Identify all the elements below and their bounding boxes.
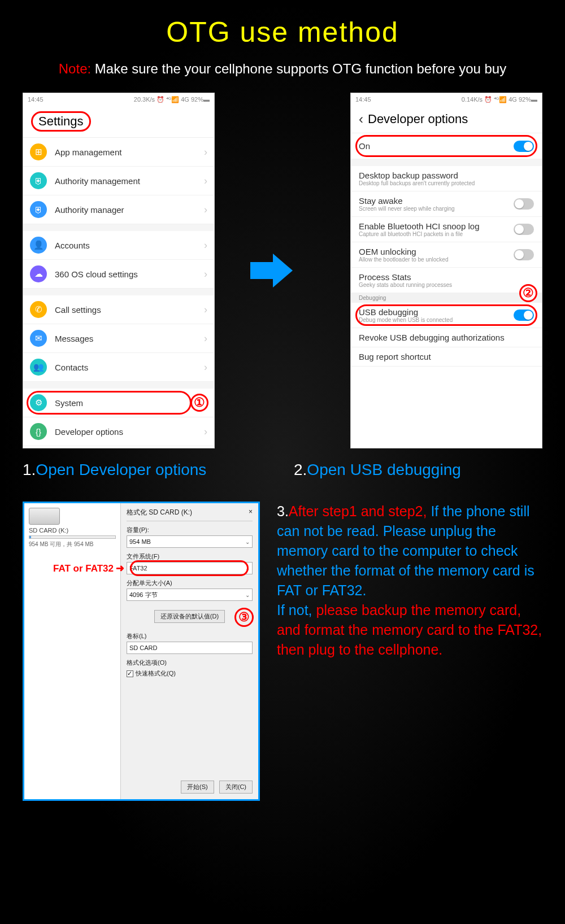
list-item[interactable]: 👤 Accounts ›	[23, 231, 214, 260]
bug-row[interactable]: Bug report shortcut	[351, 347, 542, 367]
toggle[interactable]	[514, 198, 534, 210]
caption-2: 2.Open USB debugging	[294, 461, 542, 479]
toggle[interactable]	[514, 249, 534, 260]
item-label: 360 OS cloud settings	[55, 269, 138, 279]
list-item[interactable]: {} Developer options ›	[23, 417, 214, 446]
toggle-on[interactable]	[514, 310, 534, 321]
dev-item[interactable]: Process StatsGeeky stats about running p…	[351, 268, 542, 293]
restore-button[interactable]: 还原设备的默认值(D)	[154, 610, 225, 623]
caption-1-text: Open Developer options	[36, 461, 206, 478]
list-item[interactable]: ⛨ Authority management ›	[23, 167, 214, 195]
chevron-right-icon: ›	[204, 304, 207, 316]
debug-header: Debugging②	[351, 293, 542, 303]
item-label: Contacts	[55, 363, 88, 372]
status-bar: 14:45 20.3K/s ⏰ ⁴ᴳ📶 4G 92%▬	[23, 93, 214, 106]
alloc-select[interactable]: 4096 字节⌄	[127, 589, 253, 601]
item-icon: 👥	[30, 359, 47, 376]
item-icon: ✉	[30, 330, 47, 347]
capacity-select[interactable]: 954 MB⌄	[127, 535, 253, 548]
dev-item[interactable]: Enable Bluetooth HCI snoop logCapture al…	[351, 217, 542, 242]
list-item[interactable]: ⛨ Authority manager ›	[23, 195, 214, 224]
vol-input[interactable]: SD CARD	[127, 642, 253, 654]
spacer	[23, 382, 214, 389]
caption-1-num: 1.	[23, 461, 36, 478]
list-item[interactable]: ✉ Messages ›	[23, 324, 214, 353]
drive-info: 954 MB 可用，共 954 MB	[29, 541, 116, 548]
list-item[interactable]: i About ›	[23, 446, 214, 448]
step-3-text: 3.After step1 and step2, If the phone st…	[277, 502, 542, 660]
arrow-icon	[257, 254, 308, 287]
step-2-marker: ②	[519, 284, 537, 302]
capacity-label: 容量(P):	[127, 526, 253, 534]
step3-part3a: If not,	[277, 602, 316, 618]
screen-title-dev: ‹ Developer options	[351, 106, 542, 133]
vol-label: 卷标(L)	[127, 632, 253, 640]
fat-hint: FAT or FAT32➜	[53, 562, 124, 574]
dialog-title: 格式化 SD CARD (K:)	[127, 508, 192, 517]
item-icon: 👤	[30, 237, 47, 254]
toggle[interactable]	[514, 224, 534, 235]
status-bar: 14:45 0.14K/s ⏰ ⁴ᴳ📶 4G 92%▬	[351, 93, 542, 106]
dialog-panel: 格式化 SD CARD (K:) × 容量(P): 954 MB⌄ 文件系统(F…	[120, 503, 258, 799]
checkbox-icon[interactable]	[127, 670, 133, 677]
spacer	[351, 159, 542, 166]
quick-format-row[interactable]: 快速格式化(Q)	[127, 669, 253, 678]
step-3-marker: ③	[234, 608, 254, 627]
close-icon[interactable]: ×	[249, 508, 253, 517]
step-1-marker: ①	[190, 394, 208, 412]
step3-num: 3.	[277, 503, 289, 519]
drive-panel: SD CARD (K:) 954 MB 可用，共 954 MB	[24, 503, 120, 799]
fs-label: 文件系统(F)	[127, 552, 253, 561]
item-icon: {}	[30, 423, 47, 440]
chevron-right-icon: ›	[204, 268, 207, 280]
phone-developer-options: 14:45 0.14K/s ⏰ ⁴ᴳ📶 4G 92%▬ ‹ Developer …	[350, 93, 542, 448]
spacer	[23, 224, 214, 231]
item-icon: ⚙	[30, 394, 47, 411]
list-item[interactable]: ⊞ App management ›	[23, 138, 214, 167]
on-row[interactable]: On	[351, 133, 542, 159]
drive-title: SD CARD (K:)	[29, 527, 116, 534]
dev-item[interactable]: Desktop backup passwordDesktop full back…	[351, 166, 542, 191]
chevron-right-icon: ›	[204, 333, 207, 345]
spacer	[23, 289, 214, 295]
list-item[interactable]: 👥 Contacts ›	[23, 353, 214, 382]
caption-1: 1.Open Developer options	[23, 461, 271, 479]
alloc-label: 分配单元大小(A)	[127, 579, 253, 587]
start-button[interactable]: 开始(S)	[181, 781, 214, 794]
phone-settings: 14:45 20.3K/s ⏰ ⁴ᴳ📶 4G 92%▬ Settings ⊞ A…	[23, 93, 215, 448]
screen-title-settings: Settings	[23, 106, 214, 137]
item-icon: ⊞	[30, 143, 47, 160]
back-icon[interactable]: ‹	[359, 111, 363, 127]
settings-list: ⊞ App management ›⛨ Authority management…	[23, 137, 214, 448]
dev-item[interactable]: OEM unlockingAllow the bootloader to be …	[351, 242, 542, 268]
item-icon: ⛨	[30, 172, 47, 189]
toggle-on[interactable]	[514, 141, 534, 152]
page-title: OTG use method	[0, 0, 565, 49]
dev-title: Developer options	[368, 112, 468, 127]
item-icon: ✆	[30, 301, 47, 318]
fs-select[interactable]: FAT32⌄	[127, 562, 253, 574]
list-item[interactable]: ⚙ System ›①	[23, 389, 214, 417]
revoke-row[interactable]: Revoke USB debugging authorizations	[351, 328, 542, 347]
item-icon: ⛨	[30, 201, 47, 218]
cancel-button[interactable]: 关闭(C)	[219, 781, 253, 794]
step3-part1: After step1 and step2,	[289, 503, 431, 519]
usb-debugging-row[interactable]: USB debuggingDebug mode when USB is conn…	[351, 303, 542, 328]
dev-item[interactable]: Stay awakeScreen will never sleep while …	[351, 191, 542, 217]
list-item[interactable]: ✆ Call settings ›	[23, 295, 214, 324]
status-time: 14:45	[28, 96, 44, 103]
caption-2-text: Open USB debugging	[307, 461, 460, 478]
item-label: Accounts	[55, 241, 90, 250]
item-label: Authority manager	[55, 205, 124, 215]
note-prefix: Note:	[59, 61, 95, 76]
item-label: Messages	[55, 334, 93, 343]
chevron-right-icon: ›	[204, 204, 207, 216]
note-line: Note: Make sure the your cellphone suppo…	[0, 61, 565, 77]
caption-2-num: 2.	[294, 461, 307, 478]
list-item[interactable]: ☁ 360 OS cloud settings ›	[23, 260, 214, 289]
chevron-right-icon: ›	[204, 239, 207, 251]
item-label: Authority management	[55, 176, 140, 186]
chevron-right-icon: ›	[204, 175, 207, 187]
item-label: Developer options	[55, 427, 123, 437]
highlight-ring	[27, 391, 192, 415]
